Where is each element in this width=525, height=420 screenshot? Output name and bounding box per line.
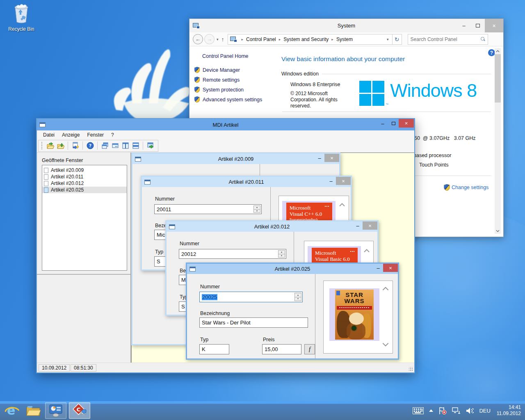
open-windows-list[interactable]: Artikel #20.009 Artikel #20.011 Artikel … bbox=[42, 165, 127, 271]
up-button[interactable]: ↑ bbox=[221, 36, 224, 43]
minimize-button[interactable]: – bbox=[326, 177, 336, 185]
system-titlebar[interactable]: System – × bbox=[189, 19, 503, 32]
currency-function-button[interactable]: f bbox=[304, 344, 315, 354]
close-button[interactable]: × bbox=[363, 221, 377, 230]
open-folder-up-button[interactable] bbox=[55, 141, 66, 151]
volume-icon[interactable] bbox=[466, 407, 474, 414]
cover-image-panel: STARWARS bbox=[323, 281, 393, 354]
action-center-icon[interactable] bbox=[438, 407, 447, 415]
minimize-button[interactable]: – bbox=[377, 119, 388, 128]
menu-help[interactable]: ? bbox=[107, 131, 118, 139]
scroll-up-icon[interactable] bbox=[382, 285, 389, 292]
child-titlebar[interactable]: Artikel #20.025 – × bbox=[187, 264, 398, 274]
maximize-button[interactable] bbox=[471, 19, 485, 32]
scrollbar-thumb[interactable] bbox=[495, 54, 501, 103]
close-button[interactable]: × bbox=[336, 177, 351, 185]
control-panel-home-link[interactable]: Control Panel Home bbox=[202, 53, 249, 59]
spinner-buttons[interactable]: ▲▼ bbox=[278, 250, 285, 258]
typ-input[interactable]: K bbox=[199, 344, 229, 354]
list-item[interactable]: Artikel #20.009 bbox=[42, 167, 127, 173]
cascade-windows-button[interactable] bbox=[100, 141, 110, 151]
scroll-down-icon[interactable] bbox=[382, 341, 389, 348]
recycle-bin-icon bbox=[12, 2, 31, 24]
sidebar-item-system-protection[interactable]: System protection bbox=[194, 87, 244, 93]
network-icon[interactable] bbox=[452, 407, 461, 414]
nummer-input[interactable]: 20025 ▲▼ bbox=[199, 292, 303, 302]
scroll-up-icon[interactable] bbox=[339, 201, 345, 208]
maximize-button[interactable] bbox=[388, 119, 399, 128]
change-settings-link[interactable]: Change settings bbox=[444, 184, 488, 191]
close-button[interactable]: × bbox=[324, 154, 339, 162]
tile-horizontal-button[interactable] bbox=[130, 141, 141, 151]
address-dropdown-icon[interactable]: ▾ bbox=[385, 37, 390, 41]
uac-shield-icon bbox=[194, 96, 200, 103]
exit-button[interactable] bbox=[70, 141, 80, 151]
breadcrumb-item[interactable]: Control Panel bbox=[246, 37, 276, 42]
sidebar-item-remote-settings[interactable]: Remote settings bbox=[194, 77, 240, 83]
forward-button[interactable]: → bbox=[204, 34, 215, 44]
mdi-titlebar[interactable]: MDI Artikel – × bbox=[37, 119, 414, 130]
touch-keyboard-icon[interactable] bbox=[413, 407, 424, 414]
breadcrumb-item[interactable]: System bbox=[336, 37, 353, 42]
child-titlebar[interactable]: Artikel #20.011 – × bbox=[142, 177, 351, 187]
scrollbar[interactable] bbox=[495, 48, 501, 234]
back-button[interactable]: ← bbox=[193, 34, 203, 44]
search-box[interactable] bbox=[408, 34, 488, 45]
help-icon[interactable]: ? bbox=[488, 49, 495, 56]
list-item[interactable]: Artikel #20.012 bbox=[42, 180, 127, 187]
tile-vertical-button[interactable] bbox=[120, 141, 130, 151]
recycle-bin[interactable]: Recycle Bin bbox=[2, 2, 40, 32]
nummer-input[interactable]: 20012 ▲▼ bbox=[179, 249, 286, 259]
scroll-down-icon[interactable] bbox=[495, 228, 501, 234]
close-button[interactable]: × bbox=[399, 119, 414, 128]
sidebar-item-advanced-system-settings[interactable]: Advanced system settings bbox=[194, 96, 262, 103]
resize-grip[interactable] bbox=[409, 367, 413, 371]
spinner-buttons[interactable]: ▲▼ bbox=[253, 205, 260, 213]
close-button[interactable]: × bbox=[485, 19, 503, 32]
minimize-button[interactable]: – bbox=[457, 19, 471, 32]
toolbar-separator bbox=[97, 142, 98, 150]
show-hidden-icons-button[interactable] bbox=[429, 409, 433, 412]
arrange-icons-button[interactable] bbox=[110, 141, 120, 151]
next-window-button[interactable] bbox=[145, 141, 155, 151]
windows-8-logo-icon bbox=[359, 81, 385, 106]
menu-fenster[interactable]: Fenster bbox=[83, 131, 107, 139]
taskbar-control-panel-button[interactable] bbox=[45, 402, 66, 419]
taskbar: e C bbox=[0, 401, 525, 420]
scroll-up-icon[interactable] bbox=[495, 48, 501, 54]
breadcrumb-item[interactable]: System and Security bbox=[283, 37, 329, 42]
panel-splitter[interactable] bbox=[37, 274, 130, 275]
menu-bar: Datei Anzeige Fenster ? bbox=[37, 130, 414, 139]
child-titlebar[interactable]: Artikel #20.009 – × bbox=[132, 154, 339, 164]
bezeichnung-input[interactable]: Star Wars - Der Pilot bbox=[199, 317, 308, 328]
minimize-button[interactable]: – bbox=[373, 264, 383, 272]
breadcrumb[interactable]: ▸ Control Panel ▸ System and Security ▸ … bbox=[228, 34, 393, 45]
refresh-button[interactable]: ↻ bbox=[393, 34, 402, 45]
minimize-button[interactable]: – bbox=[353, 221, 363, 230]
language-indicator[interactable]: DEU bbox=[479, 408, 490, 414]
taskbar-file-explorer-button[interactable] bbox=[24, 402, 43, 419]
help-button[interactable]: ? bbox=[85, 141, 95, 151]
child-titlebar[interactable]: Artikel #20.012 – × bbox=[167, 221, 377, 232]
recent-pages-icon[interactable]: ▾ bbox=[217, 37, 219, 41]
nummer-input[interactable]: 20011 ▲▼ bbox=[154, 204, 262, 214]
list-item-selected[interactable]: Artikel #20.025 bbox=[42, 187, 127, 193]
close-button[interactable]: × bbox=[383, 264, 398, 272]
taskbar-internet-explorer-button[interactable]: e bbox=[2, 402, 21, 419]
open-folder-button[interactable] bbox=[45, 141, 55, 151]
list-item[interactable]: Artikel #20.011 bbox=[42, 173, 127, 180]
menu-anzeige[interactable]: Anzeige bbox=[58, 131, 83, 139]
preis-input[interactable]: 15,00 bbox=[262, 344, 301, 354]
child-window-artikel-20025: Artikel #20.025 – × Nummer 20025 ▲▼ Beze… bbox=[186, 262, 399, 360]
minimize-button[interactable]: – bbox=[315, 154, 324, 162]
menu-datei[interactable]: Datei bbox=[39, 131, 58, 139]
spinner-buttons[interactable]: ▲▼ bbox=[294, 293, 301, 301]
scroll-up-icon[interactable] bbox=[363, 247, 370, 254]
toolbar-grip[interactable] bbox=[41, 142, 43, 150]
taskbar-clock[interactable]: 14:41 11.09.2012 bbox=[497, 404, 521, 417]
book-cover-star-wars: STARWARS bbox=[335, 290, 374, 340]
search-input[interactable] bbox=[411, 37, 481, 42]
windows-edition-value: Windows 8 Enterprise bbox=[290, 82, 340, 87]
taskbar-mdi-artikel-button[interactable]: C bbox=[69, 402, 90, 419]
sidebar-item-device-manager[interactable]: Device Manager bbox=[194, 67, 240, 73]
